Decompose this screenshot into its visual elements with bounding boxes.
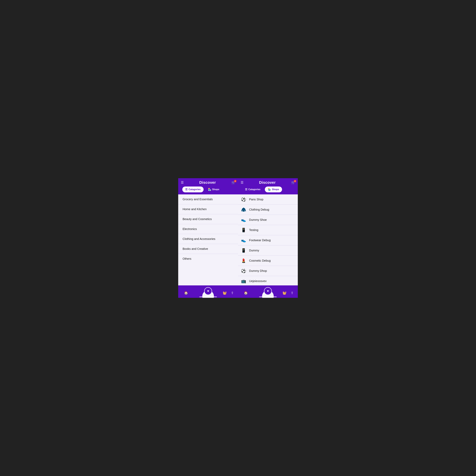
home-indicator-right	[259, 296, 277, 297]
list-item[interactable]: 👟 Dummy Shoe	[238, 215, 298, 225]
shops-screen: ☰ Discover 🛒 2 ☰ Catagories 🏪 Shops	[238, 178, 298, 298]
list-item[interactable]: 👟 Footwear Debug	[238, 235, 298, 245]
shop-icon-testing: 📱	[241, 228, 246, 233]
tab-shops-active[interactable]: 🏪 Shops	[265, 187, 282, 192]
header-categories: ☰ Discover 🛒 2 ☰ Catagories 🏪 Shops	[178, 178, 238, 194]
shop-icon-dummy: 📱	[241, 248, 246, 253]
shops-tab-icon: 🏪	[208, 188, 211, 191]
header-top: ☰ Discover 🛒 2	[181, 180, 235, 187]
list-item[interactable]: 💄 Cosmetic Debug	[238, 256, 298, 266]
header-shops: ☰ Discover 🛒 2 ☰ Catagories 🏪 Shops	[238, 178, 298, 194]
basket-button-right[interactable]: 🧺	[281, 290, 288, 296]
favorites-button[interactable]: ♥	[204, 287, 212, 295]
categories-screen: ☰ Discover 🛒 2 ☰ Catagories 🏪 Shops	[178, 178, 238, 298]
shop-name: Pans Shop	[249, 198, 263, 201]
shop-name: Dummy Dhop	[249, 269, 267, 272]
tab-categories[interactable]: ☰ Catagories	[182, 187, 204, 192]
shop-name: Uejeieoosvev	[249, 279, 267, 283]
categories-content: Grocery and Essentials Home and Kitchen …	[178, 194, 238, 285]
basket-button[interactable]: 🧺	[221, 290, 228, 296]
heart-icon: ♥	[207, 289, 209, 293]
list-item[interactable]: ⚽ Pans Shop	[238, 194, 298, 204]
list-item[interactable]: ⚽ Dummy Dhop	[238, 266, 298, 276]
bottom-nav-right: 🏠 ♥ 🧺 ⇧	[238, 285, 298, 298]
shops-label-active: Shops	[272, 188, 279, 191]
categories-icon-shops: ☰	[245, 188, 247, 191]
nav-row: 🏠 ♥ 🧺 ⇧	[178, 290, 238, 296]
right-nav-area-right: 🧺 ⇧	[273, 290, 298, 296]
share-button-right[interactable]: ⇧	[289, 290, 295, 296]
tab-shops[interactable]: 🏪 Shops	[205, 187, 222, 192]
list-item[interactable]: 📱 Dummy	[238, 245, 298, 256]
list-item[interactable]: 📱 Testing	[238, 225, 298, 235]
app-title-shops: Discover	[259, 180, 276, 185]
shop-name: Cosmetic Debug	[249, 259, 271, 262]
shop-icon-tv: 📺	[241, 279, 246, 284]
home-button[interactable]: 🏠	[183, 290, 189, 296]
bottom-nav-left: 🏠 ♥ 🧺 ⇧	[178, 285, 238, 298]
shop-name: Dummy Shoe	[249, 218, 267, 221]
tab-categories-shops[interactable]: ☰ Catagories	[242, 187, 263, 192]
home-area-right: 🏠	[238, 290, 263, 296]
category-list: Grocery and Essentials Home and Kitchen …	[178, 194, 238, 264]
shops-tab-label: Shops	[212, 188, 219, 191]
list-item[interactable]: Grocery and Essentials	[178, 194, 238, 204]
tab-bar-shops: ☰ Catagories 🏪 Shops	[241, 187, 295, 194]
list-item[interactable]: Books and Creative	[178, 244, 238, 254]
shop-icon-clothing: 🧥	[241, 207, 246, 212]
nav-row-right: 🏠 ♥ 🧺 ⇧	[238, 290, 298, 296]
screens-container: ☰ Discover 🛒 2 ☰ Catagories 🏪 Shops	[178, 178, 298, 298]
shop-name: Dummy	[249, 249, 259, 252]
share-button[interactable]: ⇧	[230, 290, 235, 296]
header-top-shops: ☰ Discover 🛒 2	[241, 180, 295, 187]
home-area: 🏠	[178, 290, 203, 296]
home-button-right[interactable]: 🏠	[242, 290, 249, 296]
list-item[interactable]: Beauty and Cosmetics	[178, 214, 238, 224]
shop-name: Clothing Debug	[249, 208, 269, 211]
cart-badge-shops: 2	[294, 180, 296, 182]
list-item[interactable]: Home and Kitchen	[178, 204, 238, 214]
cart-badge: 2	[234, 180, 237, 182]
shop-list: ⚽ Pans Shop 🧥 Clothing Debug 👟 Dummy Sho…	[238, 194, 298, 285]
list-item[interactable]: Clothing and Accessories	[178, 234, 238, 244]
favorites-button-right[interactable]: ♥	[264, 287, 272, 295]
shop-icon-footwear: 👟	[241, 238, 246, 243]
shops-icon-active: 🏪	[268, 188, 271, 191]
shop-name: Testing	[249, 228, 258, 232]
hamburger-icon-shops[interactable]: ☰	[241, 181, 243, 185]
home-indicator	[199, 296, 217, 297]
list-item[interactable]: 📺 Uejeieoosvev	[238, 276, 298, 285]
shop-icon-cosmetic: 💄	[241, 258, 246, 263]
cart-button[interactable]: 🛒 2	[231, 181, 235, 185]
shop-icon-pans: ⚽	[241, 197, 246, 202]
list-item[interactable]: Electronics	[178, 224, 238, 234]
list-item[interactable]: 🧥 Clothing Debug	[238, 204, 298, 215]
app-title: Discover	[199, 180, 216, 185]
heart-icon-right: ♥	[267, 289, 269, 293]
shops-content: ⚽ Pans Shop 🧥 Clothing Debug 👟 Dummy Sho…	[238, 194, 298, 285]
categories-tab-label: Catagories	[188, 188, 201, 191]
categories-tab-icon: ☰	[185, 188, 187, 191]
shop-name: Footwear Debug	[249, 238, 271, 242]
shop-icon-dhop: ⚽	[241, 269, 246, 273]
list-item[interactable]: Others	[178, 254, 238, 264]
shop-icon-shoe: 👟	[241, 218, 246, 222]
right-nav-area: 🧺 ⇧	[213, 290, 238, 296]
categories-label-shops: Catagories	[248, 188, 260, 191]
tab-bar-categories: ☰ Catagories 🏪 Shops	[181, 187, 235, 194]
cart-button-shops[interactable]: 🛒 2	[291, 181, 295, 185]
hamburger-icon[interactable]: ☰	[181, 181, 184, 185]
